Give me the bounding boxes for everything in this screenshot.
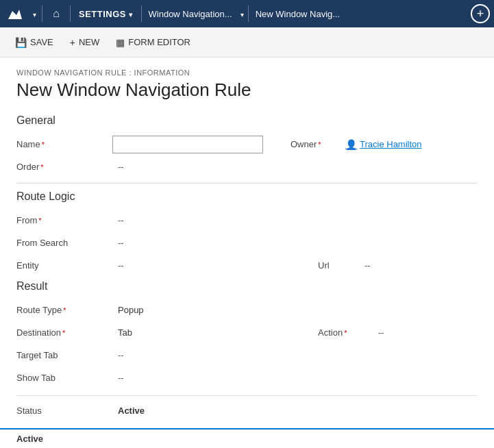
- order-label: Order*: [16, 158, 112, 176]
- action-label: Action*: [318, 323, 373, 342]
- destination-label: Destination*: [16, 323, 112, 342]
- action-value: --: [373, 323, 390, 342]
- bottom-status-value: Active: [16, 434, 43, 444]
- order-value: --: [112, 158, 129, 176]
- breadcrumb-chevron-icon: [240, 9, 244, 19]
- nav-divider-1: [42, 5, 42, 22]
- target-tab-value: --: [112, 346, 129, 364]
- destination-value: Tab: [112, 323, 318, 342]
- order-required: *: [40, 163, 43, 171]
- nav-divider-4: [248, 5, 249, 22]
- destination-required: *: [62, 329, 65, 337]
- new-icon: +: [70, 37, 75, 48]
- form-subtitle: WINDOW NAVIGATION RULE : INFORMATION: [16, 69, 478, 77]
- from-required: *: [38, 216, 41, 225]
- general-section: General Name* Owner* 👤 Tracie Hamilton O…: [16, 114, 478, 176]
- show-tab-value: --: [112, 369, 129, 387]
- entity-value: --: [112, 256, 318, 275]
- settings-label: SETTINGS: [79, 9, 126, 19]
- top-navigation: ⌂ SETTINGS Window Navigation... New Wind…: [0, 0, 494, 27]
- home-icon: ⌂: [53, 8, 60, 20]
- result-section: Result Route Type* Popup Destination* Ta…: [16, 280, 478, 387]
- from-label: From*: [16, 211, 112, 229]
- save-icon: 💾: [15, 37, 27, 48]
- form-area: WINDOW NAVIGATION RULE : INFORMATION New…: [0, 58, 494, 448]
- save-label: SAVE: [30, 37, 53, 47]
- general-heading: General: [16, 114, 478, 127]
- logo-chevron-icon: [33, 9, 36, 19]
- route-type-value: Popup: [112, 301, 149, 319]
- target-tab-label: Target Tab: [16, 346, 112, 364]
- entity-label: Entity: [16, 256, 112, 275]
- url-label: Url: [318, 256, 359, 275]
- route-type-label: Route Type*: [16, 301, 112, 319]
- bottom-status-bar: Active: [0, 428, 494, 448]
- result-heading: Result: [16, 280, 478, 293]
- logo-dropdown-button[interactable]: [29, 0, 40, 27]
- breadcrumb: Window Navigation... New Window Navig...: [143, 0, 346, 27]
- form-editor-label: FORM EDITOR: [128, 37, 190, 47]
- form-editor-icon: ▦: [116, 37, 125, 48]
- new-label: NEW: [79, 37, 99, 47]
- name-input[interactable]: [112, 136, 263, 153]
- add-nav-button[interactable]: +: [471, 4, 490, 23]
- from-search-value: --: [112, 234, 129, 252]
- name-required: *: [42, 140, 45, 149]
- owner-person-icon: 👤: [345, 139, 357, 150]
- route-logic-section: Route Logic From* -- From Search -- Enti…: [16, 190, 478, 275]
- form-title: New Window Navigation Rule: [16, 79, 478, 101]
- name-label: Name*: [16, 135, 112, 153]
- add-nav-icon: +: [477, 7, 484, 21]
- breadcrumb-chevron-button[interactable]: [238, 0, 247, 27]
- from-value: --: [112, 211, 129, 229]
- new-button[interactable]: + NEW: [63, 32, 107, 53]
- nav-divider-3: [141, 5, 142, 22]
- nav-divider-2: [70, 5, 71, 22]
- app-logo[interactable]: [4, 3, 26, 25]
- toolbar: 💾 SAVE + NEW ▦ FORM EDITOR: [0, 27, 494, 58]
- owner-required: *: [318, 140, 321, 149]
- status-value: Active: [112, 401, 150, 420]
- status-label: Status: [16, 401, 112, 420]
- svg-marker-0: [8, 10, 22, 19]
- general-divider: [16, 183, 478, 184]
- breadcrumb-new-window[interactable]: New Window Navig...: [250, 0, 346, 27]
- from-search-label: From Search: [16, 234, 112, 252]
- action-required: *: [344, 329, 347, 337]
- route-type-required: *: [63, 306, 66, 314]
- owner-value[interactable]: 👤 Tracie Hamilton: [345, 139, 422, 150]
- route-logic-heading: Route Logic: [16, 190, 478, 203]
- url-value: --: [359, 256, 376, 275]
- form-editor-button[interactable]: ▦ FORM EDITOR: [109, 32, 197, 53]
- breadcrumb-window-nav[interactable]: Window Navigation...: [143, 0, 238, 27]
- home-button[interactable]: ⌂: [44, 0, 69, 27]
- show-tab-label: Show Tab: [16, 369, 112, 387]
- save-button[interactable]: 💾 SAVE: [8, 32, 60, 53]
- status-section: Status Active: [16, 395, 478, 420]
- settings-button[interactable]: SETTINGS: [72, 0, 140, 27]
- owner-label: Owner*: [263, 135, 345, 153]
- settings-chevron-icon: [129, 9, 133, 19]
